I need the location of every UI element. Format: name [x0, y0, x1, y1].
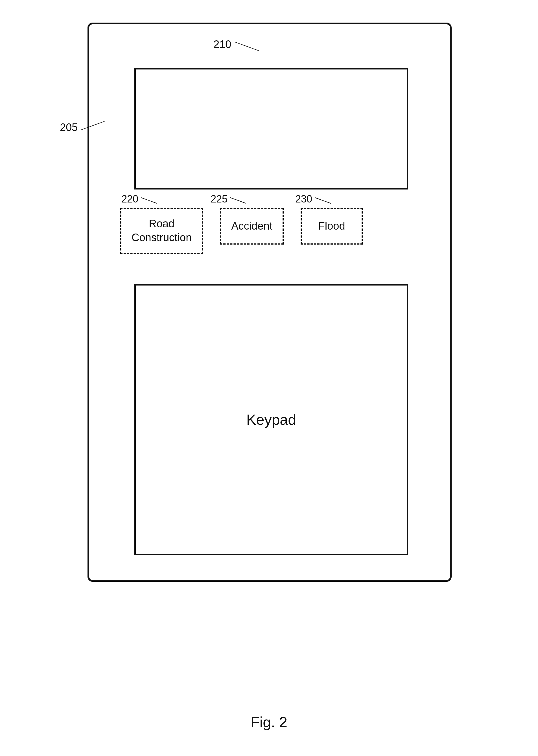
- map-area: [134, 68, 408, 190]
- filter-btn-accident-label: Accident: [231, 219, 272, 233]
- label-220: 220: [121, 193, 138, 205]
- device-frame: 210 220 225 230 Road Construction: [87, 23, 452, 582]
- keypad-label: Keypad: [246, 411, 296, 428]
- label-205-container: 205: [60, 121, 105, 134]
- keypad-area: Keypad: [134, 284, 408, 555]
- filter-btn-road-construction[interactable]: Road Construction: [120, 208, 203, 254]
- label-230-container: 230: [295, 193, 331, 205]
- filter-row: Road Construction Accident Flood: [120, 208, 422, 254]
- label-225: 225: [211, 193, 228, 205]
- label-210: 210: [213, 38, 259, 51]
- label-230: 230: [295, 193, 312, 205]
- page: 210 220 225 230 Road Construction: [0, 0, 538, 756]
- filter-btn-road-construction-label: Road Construction: [132, 217, 192, 245]
- label-225-container: 225: [211, 193, 247, 205]
- filter-btn-flood[interactable]: Flood: [300, 208, 363, 245]
- filter-btn-accident[interactable]: Accident: [220, 208, 284, 245]
- figure-caption: Fig. 2: [251, 714, 287, 730]
- filter-btn-flood-label: Flood: [318, 219, 345, 233]
- label-205: 205: [60, 121, 78, 134]
- label-220-container: 220: [121, 193, 157, 205]
